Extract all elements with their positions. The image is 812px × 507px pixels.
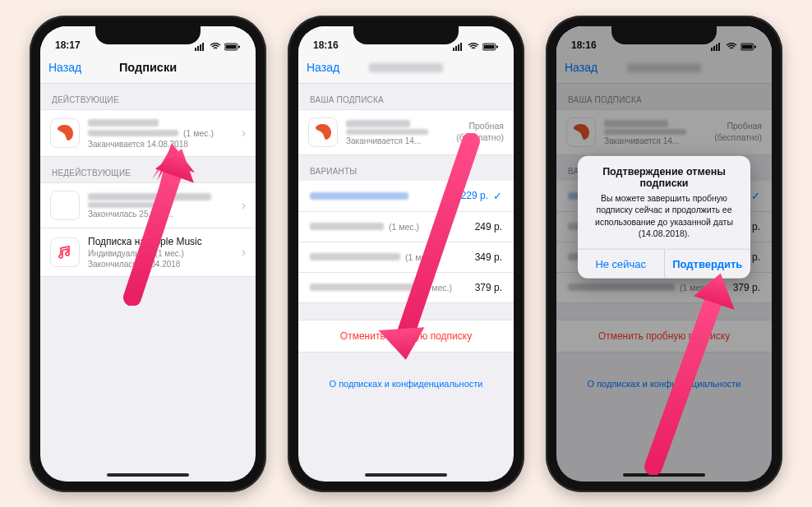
blurred-text (310, 283, 417, 291)
variant-option-1[interactable]: 229 р.✓ (298, 181, 514, 212)
back-button[interactable]: Назад (307, 61, 339, 74)
apple-music-icon (50, 237, 80, 267)
screen-3: 18:16 Назад ВАША ПОДПИСКА Заканчивается … (556, 26, 772, 482)
status-right (195, 43, 241, 51)
check-icon: ✓ (493, 190, 502, 202)
alert-not-now-button[interactable]: Не сейчас (578, 250, 664, 279)
section-header-active: ДЕЙСТВУЮЩИЕ (40, 84, 256, 109)
subscription-detail-row: Заканчивается 14... Пробная (бесплатно) (298, 109, 514, 155)
period-suffix: (1 мес.) (422, 283, 452, 293)
phone-mock-2: 18:16 Назад ВАША ПОДПИСКА Заканчивается … (288, 16, 524, 492)
notch (353, 26, 459, 44)
nav-title: Подписки (119, 61, 177, 74)
period-suffix: (1 мес.) (405, 252, 436, 262)
phone-mock-1: 18:17 Назад Подписки ДЕЙСТВУЮЩИЕ (30, 16, 266, 492)
svg-rect-1 (197, 46, 199, 51)
variant-option-4[interactable]: (1 мес.) 379 р. (298, 273, 514, 303)
svg-rect-2 (200, 44, 201, 51)
chevron-right-icon: › (242, 126, 246, 141)
chevron-right-icon: › (242, 198, 246, 213)
svg-rect-0 (195, 48, 196, 51)
privacy-link[interactable]: О подписках и конфиденциальности (298, 369, 514, 399)
expires-label: Заканчивается 14.08.2018 (88, 140, 233, 149)
app-icon (50, 118, 80, 148)
nav-bar: Назад Подписки (40, 53, 256, 84)
screen-2: 18:16 Назад ВАША ПОДПИСКА Заканчивается … (298, 26, 514, 482)
blurred-text (310, 192, 408, 200)
svg-rect-5 (226, 44, 237, 48)
svg-rect-9 (453, 48, 454, 51)
home-indicator (365, 473, 447, 477)
expires-label: Закончилась 25.05.2... (88, 210, 233, 219)
phone-mock-3: 18:16 Назад ВАША ПОДПИСКА Заканчивается … (546, 16, 782, 492)
svg-rect-6 (238, 45, 240, 48)
row-title: Подписка на Apple Music (88, 236, 233, 247)
price: 249 р. (475, 221, 502, 233)
nav-title-blurred (369, 63, 443, 72)
back-button[interactable]: Назад (48, 61, 81, 74)
price: 349 р. (475, 251, 502, 263)
blurred-text (88, 119, 159, 127)
row-sub: Индивидуальная (1 мес.) (88, 249, 233, 258)
signal-icon (195, 43, 206, 51)
period-suffix: (1 мес.) (389, 222, 419, 232)
price: 229 р. (461, 190, 488, 201)
subscription-row-inactive-1[interactable]: Закончилась 25.05.2... › (40, 182, 256, 228)
wifi-icon (210, 43, 221, 51)
price: 379 р. (475, 282, 502, 293)
expires-label: Закончилась 18.04.2018 (88, 260, 233, 269)
alert-title: Подтверждение отмены подписки (578, 156, 750, 192)
signal-icon (453, 43, 464, 51)
subscription-row-active[interactable]: (1 мес.) Заканчивается 14.08.2018 › (40, 109, 256, 157)
battery-icon (482, 43, 499, 51)
screen-1: 18:17 Назад Подписки ДЕЙСТВУЮЩИЕ (40, 26, 256, 482)
notch (95, 26, 201, 44)
chevron-right-icon: › (242, 245, 246, 260)
variant-option-2[interactable]: (1 мес.) 249 р. (298, 212, 514, 242)
svg-rect-3 (202, 43, 204, 51)
status-time: 18:16 (313, 39, 339, 51)
section-header-inactive: НЕДЕЙСТВУЮЩИЕ (40, 157, 256, 182)
blurred-text (346, 129, 428, 135)
svg-rect-14 (484, 44, 495, 48)
blurred-text (310, 223, 384, 230)
blurred-text (346, 120, 410, 127)
alert-confirm-button[interactable]: Подтвердить (664, 250, 751, 279)
svg-rect-10 (455, 46, 457, 51)
section-header-variants: ВАРИАНТЫ (298, 155, 514, 181)
row-body: (1 мес.) Заканчивается 14.08.2018 (88, 118, 233, 149)
app-icon (308, 118, 338, 147)
blurred-text (88, 130, 178, 136)
variant-option-3[interactable]: (1 мес.) 349 р. (298, 242, 514, 273)
section-header-your: ВАША ПОДПИСКА (298, 84, 514, 109)
expires-label: Заканчивается 14... (346, 136, 448, 145)
svg-rect-11 (458, 44, 459, 51)
blurred-text (88, 193, 211, 200)
svg-rect-12 (460, 43, 462, 51)
battery-icon (224, 43, 241, 51)
svg-rect-15 (496, 45, 498, 48)
wifi-icon (468, 43, 479, 51)
alert-message: Вы можете завершить пробную подписку сей… (578, 192, 750, 249)
period-label: (1 мес.) (183, 128, 214, 138)
blurred-text (88, 202, 170, 208)
status-time: 18:17 (55, 39, 81, 51)
nav-bar: Назад (298, 53, 514, 84)
trial-badge: Пробная (бесплатно) (456, 121, 504, 142)
confirm-cancel-alert: Подтверждение отмены подписки Вы можете … (578, 156, 750, 279)
home-indicator (107, 473, 189, 477)
notch (611, 26, 717, 44)
app-icon-blank (50, 191, 80, 220)
blurred-text (310, 253, 400, 260)
subscription-row-inactive-2[interactable]: Подписка на Apple Music Индивидуальная (… (40, 228, 256, 277)
cancel-trial-button[interactable]: Отменить пробную подписку (298, 320, 514, 353)
